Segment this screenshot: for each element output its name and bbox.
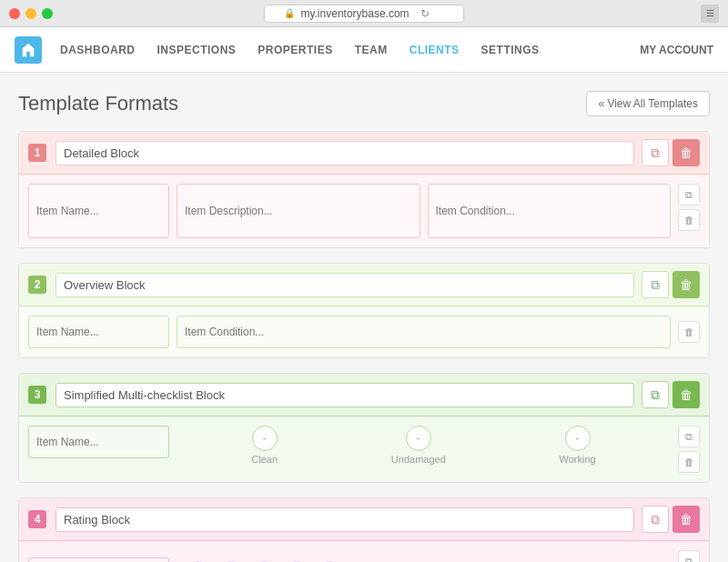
block-3-copy-button[interactable]: ⧉: [642, 381, 669, 408]
template-block-3: 3 ⧉ 🗑 - Clean - Undamaged: [18, 373, 710, 483]
block-4-row-copy-button[interactable]: ⧉: [678, 550, 700, 562]
sidebar-toggle-button[interactable]: ☰: [701, 5, 719, 23]
checklist-option-undamaged: - Undamaged: [391, 426, 446, 465]
page-title: Template Formats: [18, 92, 178, 115]
block-3-name-input[interactable]: [56, 383, 634, 407]
checklist-option-working: - Working: [559, 426, 595, 465]
refresh-icon[interactable]: ↻: [420, 7, 430, 20]
nav-item-properties[interactable]: PROPERTIES: [258, 44, 332, 56]
checklist-option-clean: - Clean: [251, 426, 278, 465]
block-4-actions: ⧉ 🗑: [642, 506, 700, 533]
nav-item-clients[interactable]: CLIENTS: [410, 44, 460, 56]
nav-bar: DASHBOARD INSPECTIONS PROPERTIES TEAM CL…: [0, 27, 728, 73]
block-1-copy-button[interactable]: ⧉: [642, 139, 669, 166]
logo[interactable]: [15, 36, 42, 64]
checklist-circle-clean[interactable]: -: [252, 426, 278, 451]
lock-icon: 🔒: [284, 8, 295, 18]
minimize-button[interactable]: [25, 8, 36, 19]
close-button[interactable]: [9, 8, 20, 19]
nav-item-team[interactable]: TEAM: [355, 44, 388, 56]
template-block-2: 2 ⧉ 🗑 🗑: [18, 263, 710, 358]
block-2-name-input[interactable]: [56, 273, 634, 297]
block-3-item-name-input[interactable]: [28, 426, 169, 458]
block-2-copy-button[interactable]: ⧉: [642, 271, 669, 298]
nav-item-dashboard[interactable]: DASHBOARD: [60, 44, 136, 56]
maximize-button[interactable]: [42, 8, 53, 19]
block-2-content: 🗑: [19, 306, 709, 357]
address-bar[interactable]: 🔒 my.inventorybase.com ↻: [264, 5, 464, 23]
block-2-row-delete-button[interactable]: 🗑: [678, 321, 700, 343]
block-4-header: 4 ⧉ 🗑: [19, 498, 709, 541]
nav-item-inspections[interactable]: INSPECTIONS: [157, 44, 237, 56]
template-block-1: 1 ⧉ 🗑 ⧉ 🗑: [18, 131, 710, 248]
template-block-4: 4 ⧉ 🗑 ★ ★ ★ ★ ★ ⧉ 🗑: [18, 497, 710, 562]
block-3-content: - Clean - Undamaged - Working ⧉ 🗑: [19, 416, 709, 482]
block-4-delete-button[interactable]: 🗑: [672, 506, 700, 533]
traffic-lights: [9, 8, 53, 19]
block-2-item-name-input[interactable]: [28, 316, 169, 348]
block-2-number: 2: [28, 276, 46, 294]
block-1-item-description-input[interactable]: [177, 184, 420, 238]
checklist-label-clean: Clean: [251, 454, 278, 465]
block-3-row-copy-button[interactable]: ⧉: [678, 426, 700, 447]
block-2-actions: ⧉ 🗑: [642, 271, 700, 298]
block-1-delete-button[interactable]: 🗑: [672, 139, 700, 166]
checklist-label-undamaged: Undamaged: [391, 454, 446, 465]
nav-item-settings[interactable]: SETTINGS: [481, 44, 540, 56]
block-3-delete-button[interactable]: 🗑: [672, 381, 700, 408]
block-1-row-copy-button[interactable]: ⧉: [678, 184, 700, 206]
checklist-label-working: Working: [559, 454, 595, 465]
page-header: Template Formats « View All Templates: [18, 91, 710, 116]
main-nav: DASHBOARD INSPECTIONS PROPERTIES TEAM CL…: [60, 44, 640, 56]
logo-icon: [20, 42, 36, 58]
block-1-number: 1: [28, 144, 46, 162]
main-content: Template Formats « View All Templates 1 …: [0, 73, 728, 562]
block-4-name-input[interactable]: [56, 507, 634, 532]
my-account-link[interactable]: MY ACCOUNT: [640, 44, 713, 56]
checklist-circle-undamaged[interactable]: -: [406, 426, 431, 451]
block-2-item-condition-input[interactable]: [177, 316, 671, 348]
block-4-item-name-input[interactable]: [28, 557, 169, 562]
block-4-copy-button[interactable]: ⧉: [642, 506, 669, 533]
url-text: my.inventorybase.com: [300, 7, 409, 20]
view-all-templates-button[interactable]: « View All Templates: [586, 91, 710, 116]
block-1-actions: ⧉ 🗑: [642, 139, 700, 166]
block-2-delete-button[interactable]: 🗑: [672, 271, 700, 298]
block-3-actions: ⧉ 🗑: [642, 381, 700, 408]
block-4-number: 4: [28, 510, 46, 528]
block-4-content: ★ ★ ★ ★ ★ ⧉ 🗑: [19, 541, 709, 562]
block-1-content: ⧉ 🗑: [19, 175, 709, 247]
block-1-name-input[interactable]: [56, 141, 634, 166]
checklist-circle-working[interactable]: -: [565, 426, 591, 451]
block-3-row-delete-button[interactable]: 🗑: [678, 451, 700, 473]
block-2-header: 2 ⧉ 🗑: [19, 264, 709, 306]
block-1-item-name-input[interactable]: [28, 184, 169, 238]
block-1-item-condition-input[interactable]: [428, 184, 672, 238]
block-3-header: 3 ⧉ 🗑: [19, 374, 709, 416]
block-3-number: 3: [28, 386, 46, 404]
block-1-header: 1 ⧉ 🗑: [19, 132, 709, 175]
title-bar: 🔒 my.inventorybase.com ↻ ☰: [0, 0, 728, 27]
block-1-row-delete-button[interactable]: 🗑: [678, 209, 700, 231]
